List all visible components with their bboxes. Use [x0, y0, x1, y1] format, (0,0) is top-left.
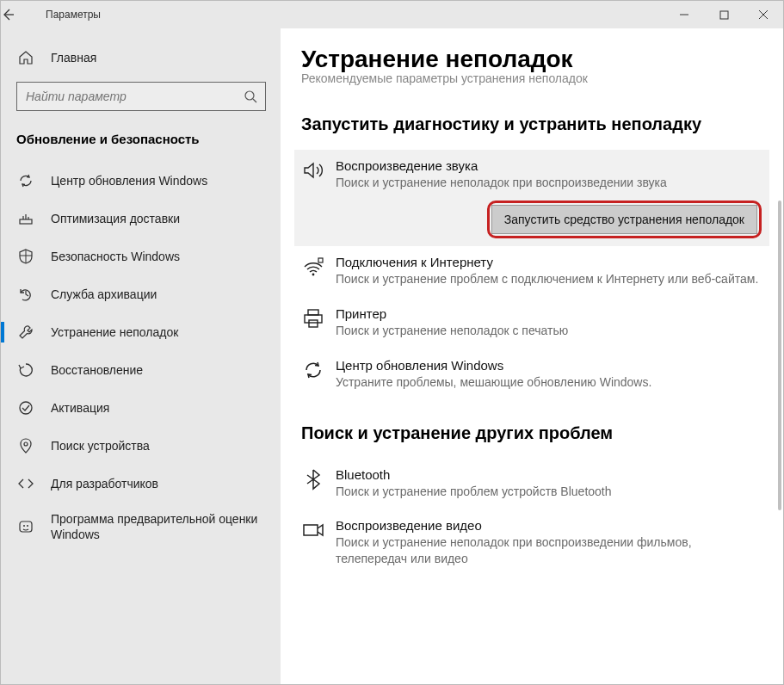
- troubleshoot-title: Принтер: [336, 306, 762, 321]
- troubleshoot-title: Воспроизведение видео: [336, 518, 762, 533]
- printer-icon: [301, 306, 330, 339]
- troubleshoot-title: Центр обновления Windows: [336, 358, 762, 373]
- recovery-icon: [16, 361, 35, 380]
- sidebar-item-backup[interactable]: Служба архивации: [16, 275, 277, 313]
- content: Устранение неполадок Рекомендуемые парам…: [281, 28, 783, 684]
- sidebar-item-insider[interactable]: Программа предварительной оценки Windows: [16, 503, 277, 551]
- sidebar-item-developers[interactable]: Для разработчиков: [16, 465, 277, 503]
- sidebar-item-find-device[interactable]: Поиск устройства: [16, 427, 277, 465]
- troubleshoot-desc: Поиск и устранение проблем с подключение…: [336, 271, 762, 287]
- troubleshoot-item-video[interactable]: Воспроизведение видео Поиск и устранение…: [294, 509, 769, 577]
- svg-point-3: [20, 402, 32, 414]
- video-icon: [301, 518, 330, 567]
- bluetooth-icon: [301, 467, 330, 500]
- troubleshoot-item-audio[interactable]: Воспроизведение звука Поиск и устранение…: [294, 150, 769, 201]
- sidebar-home-label: Главная: [51, 51, 96, 65]
- sidebar-item-activation[interactable]: Активация: [16, 389, 277, 427]
- troubleshoot-title: Bluetooth: [336, 467, 762, 482]
- sidebar-item-label: Активация: [51, 401, 109, 415]
- sidebar-item-windows-update[interactable]: Центр обновления Windows: [16, 162, 277, 200]
- run-troubleshooter-button[interactable]: Запустить средство устранения неполадок: [491, 205, 757, 234]
- troubleshoot-item-bluetooth[interactable]: Bluetooth Поиск и устранение проблем уст…: [294, 459, 769, 510]
- svg-rect-0: [720, 11, 728, 19]
- minimize-button[interactable]: [664, 1, 704, 28]
- troubleshoot-item-printer[interactable]: Принтер Поиск и устранение неполадок с п…: [294, 298, 769, 349]
- sidebar-category: Обновление и безопасность: [16, 132, 277, 146]
- troubleshoot-title: Подключения к Интернету: [336, 255, 762, 269]
- troubleshoot-desc: Поиск и устранение неполадок при воспрои…: [336, 534, 762, 567]
- close-button[interactable]: [744, 1, 783, 28]
- backup-icon: [16, 285, 35, 304]
- section-heading: Поиск и устранение других проблем: [301, 423, 769, 443]
- code-icon: [16, 474, 35, 493]
- svg-rect-10: [305, 315, 322, 323]
- sidebar-item-troubleshoot[interactable]: Устранение неполадок: [16, 313, 277, 351]
- sidebar-item-delivery-optimization[interactable]: Оптимизация доставки: [16, 200, 277, 238]
- settings-window: Параметры Главная Об: [0, 0, 784, 685]
- sidebar-item-recovery[interactable]: Восстановление: [16, 351, 277, 389]
- sidebar-item-label: Поиск устройства: [51, 439, 150, 453]
- shield-icon: [16, 247, 35, 266]
- troubleshoot-desc: Поиск и устранение неполадок с печатью: [336, 323, 762, 339]
- maximize-button[interactable]: [704, 1, 744, 28]
- svg-rect-2: [20, 219, 32, 224]
- check-circle-icon: [16, 398, 35, 417]
- page-heading: Устранение неполадок: [301, 46, 769, 73]
- troubleshoot-desc: Поиск и устранение проблем устройств Blu…: [336, 484, 762, 500]
- troubleshoot-item-internet[interactable]: Подключения к Интернету Поиск и устранен…: [294, 246, 769, 298]
- svg-point-1: [245, 91, 254, 100]
- search-icon: [236, 89, 265, 103]
- wifi-icon: [301, 255, 330, 287]
- troubleshoot-title: Воспроизведение звука: [336, 158, 762, 173]
- sidebar-item-label: Устранение неполадок: [51, 325, 178, 339]
- svg-rect-8: [318, 258, 323, 262]
- svg-point-6: [27, 525, 28, 527]
- scrollbar[interactable]: [778, 201, 781, 510]
- svg-rect-11: [309, 320, 318, 327]
- sidebar-item-label: Безопасность Windows: [51, 250, 180, 263]
- sidebar-item-label: Для разработчиков: [51, 477, 158, 491]
- section-heading: Запустить диагностику и устранить непола…: [301, 114, 769, 134]
- troubleshoot-desc: Поиск и устранение неполадок при воспрои…: [336, 175, 762, 191]
- sidebar-item-label: Восстановление: [51, 363, 143, 377]
- sidebar-item-label: Оптимизация доставки: [51, 212, 180, 225]
- sidebar-item-label: Центр обновления Windows: [51, 174, 207, 188]
- location-icon: [16, 436, 35, 455]
- sidebar-item-label: Программа предварительной оценки Windows: [51, 511, 277, 542]
- delivery-icon: [16, 209, 35, 228]
- search-box[interactable]: [16, 82, 266, 111]
- insider-icon: [16, 517, 35, 536]
- titlebar: Параметры: [1, 1, 783, 28]
- speaker-icon: [301, 158, 330, 191]
- sidebar-home[interactable]: Главная: [16, 42, 277, 73]
- troubleshoot-desc: Устраните проблемы, мешающие обновлению …: [336, 374, 762, 391]
- window-title: Параметры: [42, 9, 664, 21]
- svg-point-5: [23, 525, 25, 527]
- sidebar-item-windows-security[interactable]: Безопасность Windows: [16, 238, 277, 275]
- refresh-icon: [16, 171, 35, 190]
- troubleshoot-item-windows-update[interactable]: Центр обновления Windows Устраните пробл…: [294, 349, 769, 401]
- svg-rect-9: [308, 310, 318, 315]
- svg-point-7: [312, 273, 315, 275]
- home-icon: [16, 48, 35, 67]
- run-row: Запустить средство устранения неполадок: [294, 201, 769, 246]
- truncated-text: Рекомендуемые параметры устранения непол…: [301, 71, 769, 85]
- search-input[interactable]: [17, 89, 236, 103]
- sidebar-item-label: Служба архивации: [51, 287, 157, 301]
- sidebar: Главная Обновление и безопасность Центр …: [1, 28, 281, 684]
- back-button[interactable]: [1, 8, 42, 22]
- refresh-icon: [301, 358, 330, 391]
- body: Главная Обновление и безопасность Центр …: [1, 28, 783, 684]
- wrench-icon: [16, 323, 35, 342]
- svg-rect-12: [304, 525, 318, 535]
